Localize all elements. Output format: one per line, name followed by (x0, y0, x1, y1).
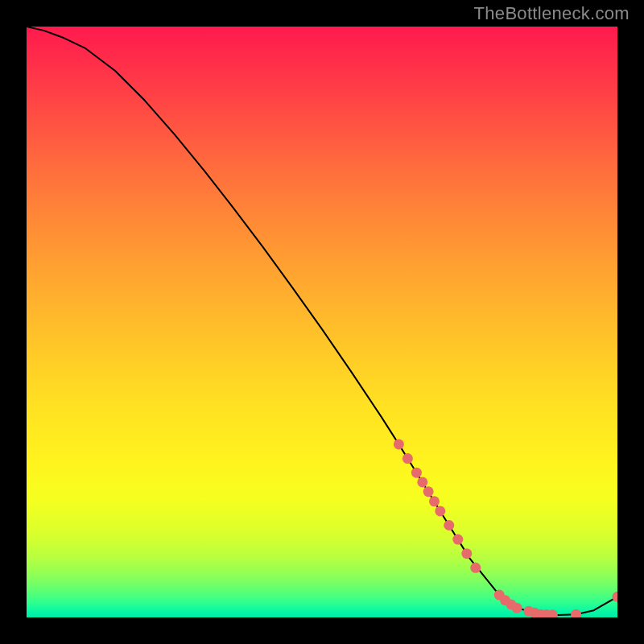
attribution-label: TheBottleneck.com (474, 3, 630, 24)
curve-point (470, 563, 481, 573)
chart-container: TheBottleneck.com (0, 0, 644, 644)
curve-point (411, 468, 422, 478)
curve-layer (27, 27, 617, 617)
curve-point (394, 439, 404, 449)
curve-point (429, 496, 440, 506)
curve-point (613, 592, 618, 602)
main-curve (27, 27, 617, 615)
curve-point (461, 548, 472, 559)
plot-area (27, 27, 617, 617)
curve-point (417, 477, 427, 487)
curve-point (435, 506, 445, 516)
curve-point (571, 609, 581, 617)
curve-point (402, 453, 413, 464)
curve-point (452, 535, 463, 545)
curve-point (512, 603, 522, 613)
curve-markers (394, 439, 617, 617)
curve-point (444, 520, 454, 530)
curve-point (423, 486, 434, 497)
